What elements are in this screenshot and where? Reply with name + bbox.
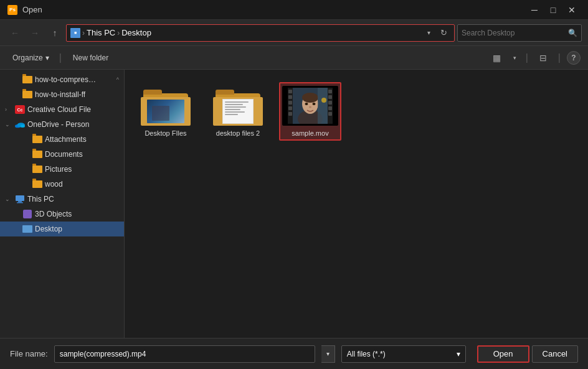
- sidebar-item-label: Attachments: [45, 135, 87, 144]
- filetype-display: All files (*.*) ▾: [341, 345, 466, 363]
- address-toolbar: ← → ↑ ■ › This PC › Desktop ▾ ↻ 🔍: [0, 20, 588, 46]
- address-refresh-button[interactable]: ↻: [437, 26, 450, 40]
- video-thumbnail: [282, 86, 338, 126]
- svg-rect-5: [17, 202, 23, 203]
- onedrive-icon: [15, 120, 25, 129]
- file-name: desktop files 2: [216, 129, 260, 137]
- path-separator-2: ›: [117, 29, 120, 37]
- organize-label: Organize: [12, 54, 43, 62]
- sidebar-item-this-pc[interactable]: ⌄ This PC: [0, 192, 124, 207]
- svg-point-9: [302, 93, 318, 103]
- organize-button[interactable]: Organize ▾: [7, 52, 54, 64]
- sidebar-item-label: how-to-compres…: [35, 75, 96, 84]
- sidebar-item-label: OneDrive - Person: [27, 120, 89, 129]
- svg-point-2: [21, 124, 25, 127]
- sidebar-item-documents[interactable]: Documents: [0, 147, 124, 162]
- search-input[interactable]: [462, 29, 566, 37]
- view-dropdown-button[interactable]: ▾: [511, 50, 519, 66]
- address-bar[interactable]: ■ › This PC › Desktop ▾ ↻: [66, 24, 455, 42]
- sidebar-item-how-to-install[interactable]: how-to-install-ff: [0, 87, 124, 102]
- pc-icon: [15, 195, 25, 203]
- expand-icon: ›: [5, 106, 12, 113]
- folder-thumbnail: [213, 86, 263, 126]
- maximize-button[interactable]: □: [544, 2, 562, 17]
- toolbar-divider-3: |: [558, 52, 561, 63]
- minimize-button[interactable]: ─: [526, 2, 543, 17]
- filename-input[interactable]: [54, 345, 315, 363]
- toolbar-divider-2: |: [526, 52, 528, 63]
- sidebar-item-attachments[interactable]: Attachments: [0, 132, 124, 147]
- path-separator-1: ›: [82, 29, 85, 37]
- pane-icon: ⊟: [539, 53, 547, 63]
- folder-icon: [22, 90, 32, 99]
- filetype-value: All files (*.*): [347, 350, 386, 358]
- folder-thumbnail: [141, 86, 191, 126]
- folder-icon: [32, 165, 42, 174]
- bottom-area: File name: ▾ All files (*.*) ▾ Open Canc…: [0, 338, 588, 369]
- sidebar-item-label: how-to-install-ff: [35, 90, 85, 99]
- svg-point-14: [321, 98, 326, 103]
- sidebar-item-label: This PC: [27, 195, 54, 203]
- sidebar-item-label: wood: [45, 180, 63, 189]
- folder-icon: [22, 75, 32, 84]
- organize-dropdown-icon: ▾: [45, 54, 49, 62]
- cancel-button[interactable]: Cancel: [532, 345, 578, 363]
- cc-icon: Cc: [15, 105, 25, 114]
- search-bar[interactable]: 🔍: [457, 24, 582, 42]
- help-button[interactable]: ?: [567, 51, 581, 65]
- close-button[interactable]: ✕: [563, 2, 581, 17]
- sidebar-item-onedrive[interactable]: ⌄ OneDrive - Person: [0, 117, 124, 132]
- search-icon: 🔍: [568, 29, 577, 37]
- sidebar-item-label: Documents: [45, 150, 83, 159]
- title-bar: Ps Open ─ □ ✕: [0, 0, 588, 20]
- sidebar-item-label: Desktop: [35, 225, 62, 233]
- file-item-desktop-files-2[interactable]: desktop files 2: [207, 82, 269, 141]
- file-grid: Desktop FIles: [132, 77, 581, 146]
- svg-rect-3: [16, 195, 24, 201]
- view-icon: ▦: [493, 53, 501, 63]
- view-toolbar: Organize ▾ | New folder ▦ ▾ | ⊟ | ?: [0, 46, 588, 70]
- file-item-desktop-files[interactable]: Desktop FIles: [135, 82, 197, 141]
- svg-point-11: [313, 103, 316, 105]
- sidebar-item-label: Creative Cloud File: [27, 105, 91, 114]
- window-title: Open: [22, 5, 526, 14]
- folder-icon: [32, 150, 42, 159]
- expand-icon: ⌄: [5, 196, 12, 202]
- file-name-label: File name:: [10, 349, 48, 358]
- new-folder-button[interactable]: New folder: [67, 52, 115, 64]
- forward-button[interactable]: →: [26, 24, 44, 42]
- sidebar-item-pictures[interactable]: Pictures: [0, 162, 124, 177]
- desktop-icon: [22, 225, 32, 233]
- sidebar-item-desktop[interactable]: Desktop: [0, 222, 124, 236]
- file-item-sample-mov[interactable]: sample.mov: [279, 82, 341, 141]
- app-icon: Ps: [7, 5, 17, 15]
- sidebar-item-label: Pictures: [45, 165, 72, 174]
- sidebar-item-wood[interactable]: wood: [0, 177, 124, 192]
- sidebar-item-how-to-compress[interactable]: how-to-compres… ^: [0, 72, 124, 87]
- back-button[interactable]: ←: [6, 24, 24, 42]
- scroll-arrow: ^: [116, 77, 119, 83]
- sidebar-item-creative-cloud[interactable]: › Cc Creative Cloud File: [0, 102, 124, 117]
- svg-rect-4: [18, 201, 22, 202]
- pane-button[interactable]: ⊟: [534, 50, 552, 66]
- file-name: Desktop FIles: [145, 129, 186, 137]
- window-controls: ─ □ ✕: [526, 2, 581, 17]
- sidebar-item-3d-objects[interactable]: 3D Objects: [0, 207, 124, 222]
- main-area: how-to-compres… ^ how-to-install-ff › Cc…: [0, 70, 588, 338]
- filename-dropdown-button[interactable]: ▾: [321, 345, 335, 363]
- content-area: Desktop FIles: [125, 70, 588, 338]
- file-name: sample.mov: [292, 129, 328, 137]
- path-segment-pc: This PC: [87, 28, 115, 37]
- svg-rect-13: [318, 88, 328, 124]
- sidebar: how-to-compres… ^ how-to-install-ff › Cc…: [0, 70, 125, 338]
- path-segment-desktop: Desktop: [121, 28, 151, 37]
- 3d-icon: [22, 210, 32, 218]
- open-button[interactable]: Open: [477, 345, 529, 363]
- expand-icon: ⌄: [5, 121, 12, 128]
- view-toggle-button[interactable]: ▦: [488, 50, 506, 66]
- address-path: ■ › This PC › Desktop: [70, 28, 420, 38]
- up-button[interactable]: ↑: [46, 24, 64, 42]
- address-dropdown-button[interactable]: ▾: [423, 27, 434, 39]
- sidebar-item-label: 3D Objects: [35, 210, 72, 218]
- pc-path-icon: ■: [70, 28, 80, 38]
